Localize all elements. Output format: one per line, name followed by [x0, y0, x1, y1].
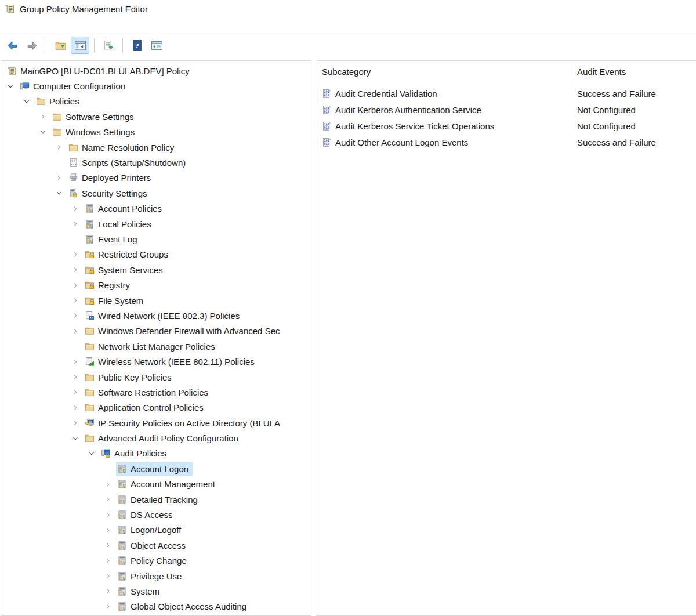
expander-icon[interactable]: [71, 372, 80, 382]
toolbar: ?: [0, 34, 696, 57]
policy-server-icon: [117, 479, 128, 489]
tree-item-software-restriction-policies[interactable]: Software Restriction Policies: [1, 385, 311, 400]
tree-item-object-access[interactable]: Object Access: [1, 538, 311, 553]
folder-icon: [85, 387, 95, 397]
expander-icon[interactable]: [103, 510, 113, 520]
expander-icon[interactable]: [71, 296, 80, 305]
tree-item-public-key-policies[interactable]: Public Key Policies: [1, 369, 311, 385]
svg-text:010: 010: [324, 126, 329, 129]
list-item[interactable]: 101010 Audit Credential Validation Succe…: [317, 85, 696, 102]
tree-item-deployed-printers[interactable]: Deployed Printers: [1, 171, 311, 186]
expander-icon[interactable]: [6, 82, 15, 91]
expander-icon[interactable]: [38, 112, 48, 121]
tree-item-policies[interactable]: Policies: [1, 94, 311, 109]
help-icon: ?: [131, 39, 143, 52]
expander-icon[interactable]: [103, 602, 113, 611]
menu-action[interactable]: [15, 23, 29, 28]
expander-icon[interactable]: [103, 556, 113, 566]
forward-button[interactable]: [23, 37, 41, 54]
tree-item-event-log[interactable]: Event Log: [1, 231, 311, 247]
tree-item-scripts-startup-shutdown[interactable]: <-><-> Scripts (Startup/Shutdown): [1, 155, 311, 170]
tree-item-file-system[interactable]: File System: [1, 293, 311, 308]
tree-item-wireless-network-ieee-802-11-policies[interactable]: Wireless Network (IEEE 802.11) Policies: [1, 354, 311, 369]
tree-item-network-list-manager-policies[interactable]: Network List Manager Policies: [1, 339, 311, 354]
tree-item-system[interactable]: System: [1, 584, 311, 599]
menu-file[interactable]: [1, 23, 15, 28]
expander-icon[interactable]: [71, 204, 80, 213]
expander-icon[interactable]: [103, 480, 113, 489]
help-button[interactable]: ?: [128, 37, 146, 54]
tree-item-logon-logoff[interactable]: Logon/Logoff: [1, 523, 311, 538]
tree-item-application-control-policies[interactable]: Application Control Policies: [1, 400, 311, 415]
expander-icon[interactable]: [55, 189, 64, 198]
tree-item-privilege-use[interactable]: Privilege Use: [1, 568, 311, 584]
tree-item-global-object-access-auditing[interactable]: Global Object Access Auditing: [1, 599, 311, 614]
tree-item-advanced-audit-policy-configuration[interactable]: Advanced Audit Policy Configuration: [1, 430, 311, 445]
export-list-button[interactable]: [99, 37, 118, 54]
policy-server-icon: [85, 219, 95, 229]
tree-item-name-resolution-policy[interactable]: Name Resolution Policy: [1, 140, 311, 155]
tree-item-ip-security-policies-on-active-directory-blula[interactable]: IP Security Policies on Active Directory…: [1, 415, 311, 430]
expander-icon[interactable]: [103, 495, 113, 504]
expander-icon[interactable]: [71, 265, 80, 274]
tree-item-windows-settings[interactable]: Windows Settings: [1, 125, 311, 140]
tree-item-policy-change[interactable]: Policy Change: [1, 553, 311, 568]
expander-icon[interactable]: [71, 281, 80, 290]
expander-icon[interactable]: [103, 586, 113, 596]
column-headers: Subcategory Audit Events: [317, 61, 696, 82]
tree-item-wired-network-ieee-802-3-policies[interactable]: Wired Network (IEEE 802.3) Policies: [1, 308, 311, 323]
list-item[interactable]: 101010 Audit Kerberos Service Ticket Ope…: [317, 118, 696, 134]
expander-icon[interactable]: [71, 327, 80, 336]
list-item[interactable]: 101010 Audit Kerberos Authentication Ser…: [317, 102, 696, 118]
list-item[interactable]: 101010 Audit Other Account Logon Events …: [317, 134, 696, 150]
console-tree-button[interactable]: [71, 37, 89, 54]
menu-help[interactable]: [43, 23, 57, 28]
menu-view[interactable]: [29, 23, 43, 28]
tree-item-label: Policies: [49, 96, 79, 106]
expander-icon[interactable]: [55, 143, 64, 152]
tree-item-label: Audit Policies: [114, 448, 166, 458]
expander-icon[interactable]: [55, 173, 64, 183]
up-folder-button[interactable]: [51, 37, 70, 54]
tree-item-account-logon[interactable]: Account Logon: [1, 461, 311, 476]
tree-item-content: Windows Defender Firewall with Advanced …: [84, 324, 284, 338]
tree-item-maingpo-blu-dc01-blulab-dev-policy[interactable]: MainGPO [BLU-DC01.BLULAB.DEV] Policy: [1, 63, 311, 78]
tree-item-account-policies[interactable]: Account Policies: [1, 201, 311, 216]
expander-icon[interactable]: [22, 97, 31, 106]
tree-item-registry[interactable]: Registry: [1, 277, 311, 292]
expander-icon[interactable]: [87, 449, 96, 458]
tree-item-content: Event Log: [84, 233, 142, 246]
tree-item-restricted-groups[interactable]: Restricted Groups: [1, 247, 311, 262]
tree-item-audit-policies[interactable]: Audit Policies: [1, 446, 311, 461]
tree-item-account-management[interactable]: Account Management: [1, 477, 311, 492]
tree-item-windows-defender-firewall-with-advanced-sec[interactable]: Windows Defender Firewall with Advanced …: [1, 324, 311, 339]
tree-item-software-settings[interactable]: Software Settings: [1, 109, 311, 124]
binary-doc-icon: 101010: [322, 89, 332, 99]
back-button[interactable]: [3, 37, 21, 54]
column-header-subcategory[interactable]: Subcategory: [317, 61, 571, 82]
tree-item-ds-access[interactable]: DS Access: [1, 507, 311, 522]
expander-icon[interactable]: [71, 418, 80, 427]
expander-icon[interactable]: [103, 541, 113, 550]
expander-icon[interactable]: [38, 128, 48, 137]
expander-icon[interactable]: [71, 434, 80, 443]
expander-icon[interactable]: [71, 250, 80, 259]
expander-icon[interactable]: [103, 526, 113, 535]
expander-icon[interactable]: [71, 387, 80, 397]
tree-item-local-policies[interactable]: Local Policies: [1, 216, 311, 231]
expander-icon[interactable]: [71, 357, 80, 367]
tree-item-content: IP Security Policies on Active Directory…: [84, 416, 284, 430]
expander-icon[interactable]: [71, 311, 80, 320]
expander-icon[interactable]: [71, 219, 80, 229]
expander-icon[interactable]: [103, 571, 113, 581]
folder-icon: [36, 96, 46, 106]
tree-item-detailed-tracking[interactable]: Detailed Tracking: [1, 492, 311, 507]
tree-item-computer-configuration[interactable]: Computer Configuration: [1, 78, 311, 93]
tree-item-system-services[interactable]: System Services: [1, 262, 311, 277]
new-window-button[interactable]: [147, 37, 166, 54]
policy-server-icon: [117, 601, 128, 611]
expander-icon[interactable]: [71, 403, 80, 412]
new-window-icon: [151, 39, 163, 52]
column-header-audit-events[interactable]: Audit Events: [571, 61, 626, 82]
tree-item-security-settings[interactable]: Security Settings: [1, 186, 311, 201]
